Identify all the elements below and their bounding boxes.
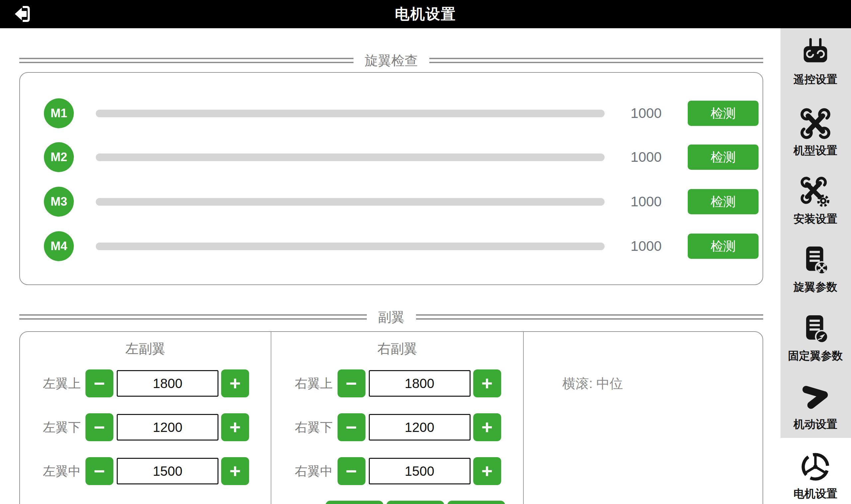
divider-line <box>19 314 367 320</box>
back-exit-icon <box>13 4 33 23</box>
sidebar-item-maneuver-settings[interactable]: 机动设置 <box>780 382 851 432</box>
right-wing-up-input[interactable] <box>369 370 471 397</box>
motor-badge-m2: M2 <box>44 142 74 172</box>
motor-row-m1: M1 1000 检测 <box>20 98 763 128</box>
right-aileron-title: 右副翼 <box>271 334 523 363</box>
aileron-preset-row <box>326 501 505 504</box>
aileron-section-header: 副翼 <box>19 309 763 325</box>
sidebar-item-label: 固定翼参数 <box>788 348 843 363</box>
page-title: 电机设置 <box>395 4 456 24</box>
motor-throttle-slider-m4[interactable] <box>96 242 605 250</box>
minus-button[interactable]: − <box>337 457 365 485</box>
left-wing-up-label: 左翼上 <box>41 375 81 392</box>
sidebar-item-rotor-params[interactable]: 旋翼参数 <box>780 245 851 295</box>
sidebar-item-fixedwing-params[interactable]: 固定翼参数 <box>780 313 851 363</box>
motor-value-m3: 1000 <box>605 194 688 210</box>
detect-button-m4[interactable]: 检测 <box>688 234 759 259</box>
detect-button-m1[interactable]: 检测 <box>688 101 759 126</box>
right-wing-mid-input[interactable] <box>369 458 471 484</box>
detect-button-m3[interactable]: 检测 <box>688 189 759 214</box>
sidebar: 遥控设置 机型设置 <box>780 28 851 504</box>
plus-button[interactable]: + <box>473 370 501 397</box>
aileron-preset-button[interactable] <box>326 501 383 504</box>
motor-badge-m3: M3 <box>44 187 74 217</box>
aileron-preset-button[interactable] <box>386 501 444 504</box>
motor-value-m2: 1000 <box>605 149 688 165</box>
sidebar-item-label: 遥控设置 <box>794 72 837 87</box>
right-wing-down-label: 右翼下 <box>294 419 333 436</box>
minus-button[interactable]: − <box>337 370 365 397</box>
sidebar-background <box>781 28 851 438</box>
left-wing-up-input[interactable] <box>117 370 219 397</box>
motor-value-m4: 1000 <box>605 238 688 254</box>
back-button[interactable] <box>13 4 33 23</box>
sidebar-item-model-settings[interactable]: 机型设置 <box>780 108 851 158</box>
aileron-preset-button[interactable] <box>447 501 505 504</box>
roll-status-column: 横滚: 中位 <box>524 332 763 504</box>
motor-badge-m4: M4 <box>44 231 74 261</box>
maneuver-arrow-icon <box>800 382 831 413</box>
quadcopter-icon <box>800 108 831 139</box>
left-wing-mid-label: 左翼中 <box>41 463 81 480</box>
divider-line <box>429 58 764 63</box>
left-wing-down-label: 左翼下 <box>41 419 81 436</box>
left-wing-down-row: 左翼下 − + <box>20 413 271 441</box>
plus-button[interactable]: + <box>473 457 501 485</box>
rotor-check-panel: M1 1000 检测 M2 1000 检测 M3 1000 检测 M4 1000… <box>19 72 763 285</box>
motor-row-m3: M3 1000 检测 <box>20 187 763 217</box>
fixedwing-params-icon <box>800 313 831 344</box>
roll-status-text: 横滚: 中位 <box>524 332 763 393</box>
right-wing-up-label: 右翼上 <box>294 375 333 392</box>
left-wing-down-input[interactable] <box>117 414 219 440</box>
right-wing-down-input[interactable] <box>369 414 471 440</box>
minus-button[interactable]: − <box>85 457 114 485</box>
rotor-check-section-title: 旋翼检查 <box>353 52 429 70</box>
drone-gear-icon <box>800 176 831 208</box>
minus-button[interactable]: − <box>85 413 114 441</box>
sidebar-item-remote-settings[interactable]: 遥控设置 <box>780 37 851 87</box>
rotor-check-section-header: 旋翼检查 <box>19 53 763 68</box>
left-wing-up-row: 左翼上 − + <box>20 370 271 397</box>
motor-row-m2: M2 1000 检测 <box>20 142 763 172</box>
motor-value-m1: 1000 <box>605 105 688 121</box>
left-aileron-title: 左副翼 <box>20 334 271 363</box>
sidebar-item-motor-settings[interactable]: 电机设置 <box>780 451 851 501</box>
plus-button[interactable]: + <box>221 457 249 485</box>
divider-line <box>416 314 764 320</box>
top-bar: 电机设置 <box>0 0 851 28</box>
motor-throttle-slider-m3[interactable] <box>96 198 605 206</box>
propeller-icon <box>800 451 831 482</box>
minus-button[interactable]: − <box>337 413 365 441</box>
rotor-params-icon <box>800 245 831 276</box>
aileron-panel: 左副翼 左翼上 − + 左翼下 − + 左翼中 − + 右副翼 <box>19 331 763 504</box>
sidebar-item-label: 旋翼参数 <box>794 280 837 295</box>
sidebar-item-label: 机型设置 <box>794 143 837 158</box>
motor-throttle-slider-m2[interactable] <box>96 154 605 161</box>
right-wing-down-row: 右翼下 − + <box>271 413 523 441</box>
plus-button[interactable]: + <box>221 370 249 397</box>
aileron-section-title: 副翼 <box>367 308 416 326</box>
right-wing-mid-label: 右翼中 <box>294 463 333 480</box>
divider-line <box>19 58 353 63</box>
minus-button[interactable]: − <box>85 370 114 397</box>
right-wing-up-row: 右翼上 − + <box>271 370 523 397</box>
plus-button[interactable]: + <box>473 413 501 441</box>
sidebar-item-label: 安装设置 <box>794 212 837 227</box>
right-wing-mid-row: 右翼中 − + <box>271 457 523 485</box>
detect-button-m2[interactable]: 检测 <box>688 145 759 170</box>
sidebar-item-label: 电机设置 <box>794 486 837 501</box>
left-wing-mid-row: 左翼中 − + <box>20 457 271 485</box>
sidebar-item-install-settings[interactable]: 安装设置 <box>780 176 851 227</box>
right-aileron-column: 右副翼 右翼上 − + 右翼下 − + 右翼中 − + <box>271 332 524 504</box>
main-content: 旋翼检查 M1 1000 检测 M2 1000 检测 M3 1000 检测 M4… <box>0 28 780 504</box>
remote-control-icon <box>800 37 831 68</box>
left-wing-mid-input[interactable] <box>117 458 219 484</box>
motor-badge-m1: M1 <box>44 98 74 128</box>
plus-button[interactable]: + <box>221 413 249 441</box>
motor-row-m4: M4 1000 检测 <box>20 231 763 261</box>
left-aileron-column: 左副翼 左翼上 − + 左翼下 − + 左翼中 − + <box>20 332 271 504</box>
sidebar-item-label: 机动设置 <box>794 417 837 432</box>
motor-throttle-slider-m1[interactable] <box>96 110 605 117</box>
